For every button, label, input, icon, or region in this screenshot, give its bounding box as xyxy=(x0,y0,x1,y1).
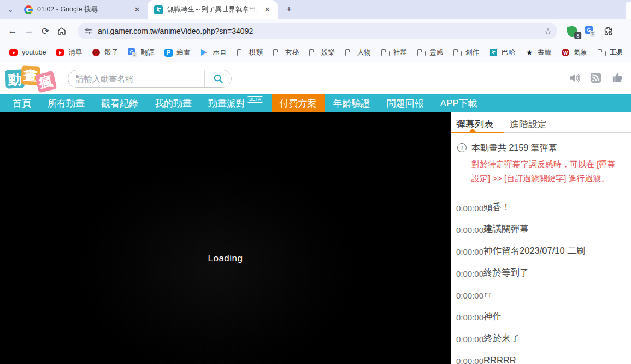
nav-item-label: 所有動畫 xyxy=(48,97,85,110)
bookmark-icon xyxy=(9,48,18,57)
extensions-puzzle-icon[interactable] xyxy=(603,26,614,37)
bookmark-label: 靈感 xyxy=(429,48,443,57)
reload-icon[interactable]: ⟳ xyxy=(37,23,54,39)
tab-title: 無職轉生～到了異世界就拿出真 xyxy=(167,5,258,14)
bookmark-item[interactable]: youtube xyxy=(4,46,51,59)
adblock-extension-icon[interactable]: 8 xyxy=(567,25,578,37)
danmaku-filter-warning: 對於特定彈幕字詞反感時，可以在 [彈幕設定] >> [自訂過濾關鍵字] 進行過濾… xyxy=(471,157,620,186)
back-icon[interactable]: ← xyxy=(4,23,21,39)
tab-title: 01:02 - Google 搜尋 xyxy=(37,5,128,14)
danmaku-comment-row[interactable]: 0:00:00 RRRRR xyxy=(451,350,631,364)
danmaku-info-row: i 本動畫共 2159 筆彈幕 xyxy=(451,133,631,154)
new-tab-button[interactable] xyxy=(282,3,296,17)
bookmark-label: 繪畫 xyxy=(176,48,190,57)
home-icon[interactable] xyxy=(54,23,70,39)
bookmark-icon xyxy=(56,48,64,57)
danmaku-comment-row[interactable]: 0:00:00ㄇ xyxy=(451,284,631,306)
bookmark-label: 娛樂 xyxy=(321,48,335,57)
tab-search-chevron-icon[interactable]: ⌄ xyxy=(3,3,17,17)
ani-gamer-logo[interactable]: 動 畫 瘋 xyxy=(5,65,62,93)
tab-advanced-settings[interactable]: 進階設定 xyxy=(510,118,547,130)
thumbs-up-icon[interactable] xyxy=(611,71,624,84)
bookmark-label: 巴哈 xyxy=(502,48,515,57)
bookmark-label: 翻譯 xyxy=(140,48,154,57)
comment-text: 終於來了 xyxy=(483,332,520,344)
url-text[interactable]: ani.gamer.com.tw/animeVideo.php?sn=34092 xyxy=(98,27,544,35)
header-icon-group xyxy=(568,71,624,84)
bookmark-item[interactable]: 繪畫 xyxy=(159,46,195,59)
bookmark-item[interactable]: 氣象 xyxy=(556,46,592,59)
comment-timestamp: 0:00:00 xyxy=(456,356,483,364)
bookmark-item[interactable]: 清單 xyxy=(51,46,87,59)
translate-extension-icon[interactable]: G文 xyxy=(585,26,595,36)
comment-timestamp: 0:00:00 xyxy=(456,335,483,344)
bookmark-icon xyxy=(597,48,606,57)
comment-timestamp: 0:00:00 xyxy=(456,247,483,256)
danmaku-comment-row[interactable]: 0:00:00終於來了 xyxy=(451,328,631,350)
danmaku-comment-row[interactable]: 0:00:00建議關彈幕 xyxy=(451,219,631,241)
bookmark-item[interactable]: 骰子 xyxy=(87,46,123,59)
bookmark-label: 人物 xyxy=(357,48,371,57)
comment-text: 頭香！ xyxy=(483,201,511,213)
search-button[interactable] xyxy=(204,70,231,87)
extension-area: 8 G文 xyxy=(567,26,614,37)
site-header: 動 畫 瘋 xyxy=(0,62,631,94)
bookmark-star-icon[interactable]: ☆ xyxy=(544,26,552,37)
video-player[interactable]: Loading xyxy=(0,112,451,364)
nav-item[interactable]: 首頁 xyxy=(4,94,39,112)
bookmark-icon xyxy=(561,48,570,57)
bookmark-icon xyxy=(200,48,209,57)
bookmark-icon xyxy=(345,48,353,57)
announcement-speaker-icon[interactable] xyxy=(568,71,580,84)
danmaku-comment-row[interactable]: 0:00:00神作 xyxy=(451,306,631,328)
tab-close-icon[interactable] xyxy=(262,5,272,15)
bookmark-item[interactable]: ホロ xyxy=(195,46,232,59)
danmaku-comment-row[interactable]: 0:00:00神作留名2023/07/10 二刷 xyxy=(451,241,631,262)
bookmarks-overflow-icon[interactable]: » xyxy=(611,46,624,59)
bookmark-item[interactable]: 巴哈 xyxy=(484,46,520,59)
comment-timestamp: 0:00:00 xyxy=(456,225,483,235)
bookmark-label: 社群 xyxy=(393,48,407,57)
bookmark-item[interactable]: 玄秘 xyxy=(268,46,304,59)
tab-close-icon[interactable] xyxy=(132,5,142,15)
active-tab-arrow-icon xyxy=(469,129,476,132)
comment-timestamp: 0:00:00 xyxy=(456,269,483,278)
bookmark-item[interactable]: 書籤 xyxy=(520,46,556,59)
nav-item-label: 動畫派對 xyxy=(208,97,245,110)
nav-item[interactable]: 年齡驗證 xyxy=(325,94,379,112)
rss-icon[interactable] xyxy=(589,71,602,84)
bookmark-label: 書籤 xyxy=(538,48,551,57)
nav-item[interactable]: 動畫派對 BETA xyxy=(200,94,272,112)
browser-tab-google[interactable]: 01:02 - Google 搜尋 xyxy=(17,0,148,19)
bookmark-item[interactable]: 創作 xyxy=(448,46,484,59)
nav-item-label: 首頁 xyxy=(13,97,31,110)
bookmark-icon xyxy=(237,48,245,57)
bookmark-icon xyxy=(453,48,462,57)
bookmark-item[interactable]: 棋類 xyxy=(232,46,268,59)
bookmark-icon xyxy=(525,48,534,57)
bookmark-item[interactable]: 靈感 xyxy=(412,46,448,59)
comment-text: 神作留名2023/07/10 二刷 xyxy=(483,245,585,257)
bookmark-item[interactable]: 社群 xyxy=(376,46,412,59)
address-bar[interactable]: ani.gamer.com.tw/animeVideo.php?sn=34092… xyxy=(78,23,557,39)
search-input[interactable] xyxy=(68,70,204,87)
nav-item[interactable]: 問題回報 xyxy=(379,94,432,112)
nav-item[interactable]: 我的動畫 xyxy=(146,94,200,112)
bookmark-item[interactable]: 人物 xyxy=(340,46,376,59)
danmaku-comment-row[interactable]: 0:00:00頭香！ xyxy=(451,197,631,219)
nav-item[interactable]: APP下載 xyxy=(432,94,486,112)
comment-text: 神作 xyxy=(483,311,502,323)
danmaku-comment-row[interactable]: 0:00:00終於等到了 xyxy=(451,262,631,284)
comment-timestamp: 0:00:00 xyxy=(456,291,483,300)
nav-item-label: 問題回報 xyxy=(387,97,424,110)
bookmark-icon xyxy=(309,48,317,57)
nav-item[interactable]: 付費方案 xyxy=(272,94,325,112)
browser-tab-anime[interactable]: 無職轉生～到了異世界就拿出真 xyxy=(148,0,278,19)
nav-item[interactable]: 所有動畫 xyxy=(39,94,93,112)
bookmark-item[interactable]: 翻譯 xyxy=(123,46,159,59)
nav-item[interactable]: 觀看紀錄 xyxy=(93,94,146,112)
site-info-icon[interactable] xyxy=(84,27,92,35)
bookmark-item[interactable]: 娛樂 xyxy=(304,46,340,59)
forward-icon[interactable]: → xyxy=(21,23,37,39)
bookmarks-bar: youtube 清單 骰子 翻譯 繪畫 ホロ 棋類 玄秘 娛樂 人物 xyxy=(0,43,631,62)
